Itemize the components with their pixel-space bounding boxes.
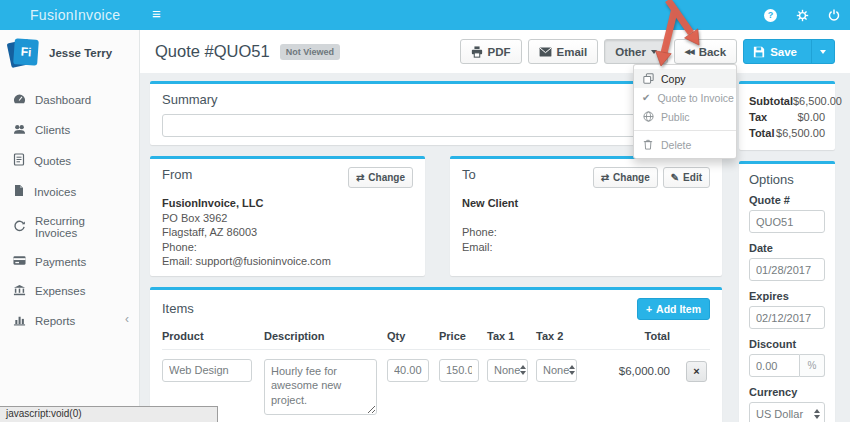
quote-number-input[interactable] bbox=[749, 210, 825, 233]
summary-title: Summary bbox=[162, 92, 710, 107]
sidebar-item-quotes[interactable]: Quotes bbox=[0, 145, 139, 176]
quote-number-label: Quote # bbox=[749, 194, 825, 206]
save-icon bbox=[753, 46, 765, 58]
app-logo-icon: Fi bbox=[8, 37, 40, 69]
to-address: New Client Phone: Email: bbox=[462, 196, 710, 254]
sidebar-item-dashboard[interactable]: Dashboard bbox=[0, 85, 139, 115]
add-item-button[interactable]: + Add Item bbox=[637, 298, 710, 320]
sidebar-item-payments[interactable]: Payments bbox=[0, 247, 139, 276]
qty-input[interactable] bbox=[387, 359, 429, 382]
options-title: Options bbox=[749, 172, 825, 187]
to-title: To bbox=[462, 167, 476, 182]
date-label: Date bbox=[749, 242, 825, 254]
pdf-button[interactable]: PDF bbox=[460, 39, 522, 64]
options-card: Options Quote # Date Expires Discount % … bbox=[739, 161, 835, 422]
dashboard-icon bbox=[13, 93, 26, 107]
to-edit-button[interactable]: ✎ Edit bbox=[663, 167, 710, 188]
sidebar-toggle-icon[interactable]: ≡ bbox=[152, 5, 161, 22]
chevron-left-icon: ‹ bbox=[125, 312, 129, 326]
app-window: FusionInvoice ≡ ? Fi Jesse Terry Dashboa… bbox=[0, 0, 850, 422]
to-client: New Client bbox=[462, 196, 710, 211]
user-name: Jesse Terry bbox=[49, 47, 112, 59]
discount-input[interactable] bbox=[749, 354, 800, 377]
tax1-select[interactable]: None bbox=[487, 359, 528, 382]
other-dropdown-menu: Copy ✔ Quote to Invoice Public Delete bbox=[633, 64, 737, 159]
summary-input[interactable] bbox=[162, 114, 710, 137]
header-actions: PDF Email Other ◀◀ Back Save bbox=[460, 39, 836, 64]
globe-icon bbox=[642, 111, 654, 122]
reports-icon bbox=[13, 314, 26, 328]
back-icon: ◀◀ bbox=[685, 48, 694, 56]
menu-divider bbox=[634, 130, 736, 131]
swap-icon: ⇄ bbox=[356, 172, 364, 183]
invoices-icon bbox=[13, 184, 25, 199]
save-dropdown-toggle[interactable] bbox=[811, 39, 834, 64]
left-sidebar: Fi Jesse Terry Dashboard Clients Quotes … bbox=[0, 30, 140, 422]
menu-item-quote-to-invoice[interactable]: ✔ Quote to Invoice bbox=[634, 88, 736, 107]
save-button[interactable]: Save bbox=[744, 39, 806, 64]
copy-icon bbox=[642, 73, 654, 84]
other-dropdown-button[interactable]: Other bbox=[604, 39, 668, 64]
total-value: $6,500.00 bbox=[776, 125, 825, 141]
sidebar-item-invoices[interactable]: Invoices bbox=[0, 176, 139, 207]
items-table-header: Product Description Qty Price Tax 1 Tax … bbox=[162, 320, 710, 349]
pencil-icon: ✎ bbox=[671, 172, 679, 183]
clients-icon bbox=[13, 123, 26, 137]
tax2-select[interactable]: None bbox=[536, 359, 577, 382]
quotes-icon bbox=[13, 153, 25, 168]
sidebar-nav: Dashboard Clients Quotes Invoices Recurr… bbox=[0, 85, 139, 336]
to-card: To ⇄ Change ✎ Edit bbox=[450, 156, 722, 276]
select-stepper-icon bbox=[569, 365, 575, 375]
tax-value: $0.00 bbox=[797, 109, 825, 125]
sidebar-item-expenses[interactable]: Expenses bbox=[0, 276, 139, 306]
email-button[interactable]: Email bbox=[528, 39, 599, 64]
menu-item-copy[interactable]: Copy bbox=[634, 69, 736, 88]
save-split-button[interactable]: Save bbox=[743, 39, 835, 64]
subtotal-value: $6,500.00 bbox=[793, 93, 842, 109]
to-change-button[interactable]: ⇄ Change bbox=[593, 167, 658, 188]
page-header: Quote #QUO51 Not Viewed PDF Email Other … bbox=[140, 30, 850, 73]
settings-gear-icon[interactable] bbox=[796, 9, 809, 22]
sidebar-item-reports[interactable]: Reports ‹ bbox=[0, 306, 139, 336]
tax-label: Tax bbox=[749, 109, 767, 125]
description-textarea[interactable]: Hourly fee for awesome new project. bbox=[264, 359, 377, 415]
from-card: From ⇄ Change FusionInvoice, LLC PO Box … bbox=[150, 156, 425, 276]
brand-logo[interactable]: FusionInvoice bbox=[30, 7, 120, 23]
total-label: Total bbox=[749, 125, 774, 141]
navbar-actions: ? bbox=[764, 0, 840, 30]
select-stepper-icon bbox=[814, 409, 820, 419]
from-change-button[interactable]: ⇄ Change bbox=[348, 167, 413, 188]
power-icon[interactable] bbox=[828, 9, 840, 21]
menu-item-public[interactable]: Public bbox=[634, 107, 736, 126]
printer-icon bbox=[471, 46, 483, 58]
sidebar-item-recurring-invoices[interactable]: Recurring Invoices bbox=[0, 207, 139, 247]
page-title: Quote #QUO51 bbox=[155, 42, 270, 61]
items-card: Items + Add Item Product Description Qty… bbox=[150, 287, 722, 422]
caret-down-icon bbox=[820, 50, 826, 54]
from-company: FusionInvoice, LLC bbox=[162, 196, 413, 211]
price-input[interactable] bbox=[439, 359, 479, 382]
select-stepper-icon bbox=[520, 365, 526, 375]
user-profile[interactable]: Fi Jesse Terry bbox=[0, 30, 139, 79]
expires-label: Expires bbox=[749, 290, 825, 302]
caret-down-icon bbox=[651, 50, 657, 54]
sidebar-item-clients[interactable]: Clients bbox=[0, 115, 139, 145]
expires-input[interactable] bbox=[749, 306, 825, 329]
remove-icon: × bbox=[693, 366, 699, 377]
browser-status-bar: javascript:void(0) bbox=[0, 406, 218, 422]
menu-item-delete[interactable]: Delete bbox=[634, 135, 736, 154]
content-area: Summary From ⇄ Change bbox=[140, 73, 850, 422]
currency-select[interactable]: US Dollar bbox=[749, 402, 825, 422]
item-row: Hourly fee for awesome new project. None… bbox=[162, 349, 710, 422]
currency-label: Currency bbox=[749, 386, 825, 398]
help-icon[interactable]: ? bbox=[764, 9, 777, 22]
row-total: $6,000.00 bbox=[587, 359, 670, 377]
back-button[interactable]: ◀◀ Back bbox=[674, 39, 737, 64]
totals-card: Subtotal$6,500.00 Tax$0.00 Total$6,500.0… bbox=[739, 81, 835, 150]
delete-row-button[interactable]: × bbox=[686, 361, 707, 382]
date-input[interactable] bbox=[749, 258, 825, 281]
product-input[interactable] bbox=[162, 359, 252, 382]
expenses-icon bbox=[13, 284, 26, 298]
check-icon: ✔ bbox=[642, 92, 650, 103]
discount-label: Discount bbox=[749, 338, 825, 350]
